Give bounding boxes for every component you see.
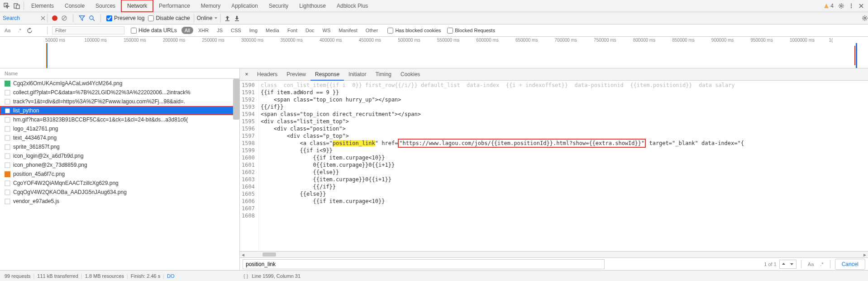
type-filter-font[interactable]: Font [284,27,300,34]
type-filter-css[interactable]: CSS [228,27,244,34]
tab-lighthouse[interactable]: Lighthouse [294,0,331,11]
detail-tab-headers[interactable]: Headers [253,69,282,80]
svg-rect-11 [5,81,10,87]
svg-rect-18 [5,145,10,150]
type-filter-media[interactable]: Media [262,27,282,34]
regex-toggle[interactable]: .* [16,28,23,33]
more-icon[interactable] [846,1,856,11]
inspect-icon[interactable] [2,1,12,11]
request-row[interactable]: hm.gif?hca=B31823B91BCCBF5C&cc=1&ck=1&cl… [0,115,239,124]
status-dom: DO [167,273,175,279]
cancel-button[interactable]: Cancel [835,259,865,270]
tab-application[interactable]: Application [226,0,263,11]
detail-tab-initiator[interactable]: Initiator [344,69,371,80]
request-name: Cgq2xl6OmUKAcmIgAACaLwd4YcM264.png [13,80,122,87]
filter-input[interactable] [52,26,124,34]
type-filter-ws[interactable]: WS [320,27,334,34]
svg-rect-14 [5,108,10,113]
refresh-icon[interactable] [27,28,33,34]
request-row[interactable]: Cgq2xl6OmUKAcmIgAACaLwd4YcM264.png [0,79,239,88]
search-icon[interactable] [89,15,95,21]
request-row[interactable]: list_python [0,106,239,115]
request-row[interactable]: position_45a6f7c.png [0,170,239,179]
svg-rect-19 [5,154,10,159]
detail-tab-response[interactable]: Response [310,69,344,81]
blocked-requests-checkbox[interactable]: Blocked Requests [447,28,495,34]
search-prev-icon[interactable] [780,260,788,268]
svg-rect-16 [5,126,10,131]
type-filter-manifest[interactable]: Manifest [335,27,361,34]
requests-header: Name [0,68,239,79]
request-row[interactable]: track?v=1&t=div&dl=https%3A%2F%2Fwww.lag… [0,97,239,106]
tab-network[interactable]: Network [121,0,153,12]
detail-tab-cookies[interactable]: Cookies [396,69,424,80]
search-next-icon[interactable] [788,260,796,268]
upload-icon[interactable] [224,15,230,21]
response-search-input[interactable] [243,259,605,269]
warn-count: 4 [830,3,834,9]
type-filter-all[interactable]: All [181,27,193,34]
hscroll-left-icon[interactable]: ◂ [240,252,246,257]
search-label: Search [3,15,20,21]
close-search-icon[interactable] [41,16,45,20]
request-row[interactable]: vendor_e97ade5.js [0,197,239,206]
blocked-cookies-checkbox[interactable]: Has blocked cookies [387,28,441,34]
search-match-case[interactable]: Aa [806,262,816,267]
request-name: icon_phone@2x_73d8859.png [13,162,87,168]
request-row[interactable]: logo_41a2761.png [0,124,239,133]
panel-gear-icon[interactable] [862,15,868,21]
tab-security[interactable]: Security [263,0,294,11]
close-detail-icon[interactable]: × [243,71,251,78]
tab-adblock-plus[interactable]: Adblock Plus [331,0,373,11]
request-row[interactable]: icon_phone@2x_73d8859.png [0,160,239,170]
request-scrollbar[interactable] [233,79,239,120]
tab-performance[interactable]: Performance [153,0,196,11]
detail-tab-preview[interactable]: Preview [282,69,310,80]
request-row[interactable]: sprite_361857f.png [0,142,239,151]
tab-sources[interactable]: Sources [90,0,121,11]
request-name: track?v=1&t=div&dl=https%3A%2F%2Fwww.lag… [13,98,185,105]
file-type-icon [5,171,10,177]
throttle-select[interactable]: Online [194,14,221,22]
svg-rect-24 [5,199,10,204]
disable-cache-checkbox[interactable]: Disable cache [148,15,190,21]
match-case-toggle[interactable]: Aa [3,28,12,33]
request-row[interactable]: text_4434674.png [0,133,239,142]
search-regex[interactable]: .* [818,262,825,267]
timeline-overview[interactable]: 50000 ms100000 ms150000 ms200000 ms25000… [0,37,868,68]
svg-rect-12 [5,90,10,95]
warnings-badge[interactable]: 4 [824,3,834,9]
tab-console[interactable]: Console [59,0,90,11]
clear-icon[interactable] [61,15,67,21]
hide-data-urls-checkbox[interactable]: Hide data URLs [131,27,177,34]
request-row[interactable]: collect.gif?plat=PC&data=%7B%22LGID%22%3… [0,88,239,97]
close-devtools-icon[interactable] [856,1,866,11]
tab-memory[interactable]: Memory [196,0,226,11]
file-type-icon [5,126,10,132]
status-finish: Finish: 2.46 s [131,273,160,279]
download-icon[interactable] [234,15,240,21]
file-type-icon [5,90,10,96]
record-button[interactable] [52,15,57,21]
file-type-icon [5,144,10,150]
request-row[interactable]: CgqOgV4W2QKAOBa_AADJG5nJAug634.png [0,188,239,197]
tab-elements[interactable]: Elements [26,0,59,11]
hscroll-right-icon[interactable]: ▸ [862,252,868,257]
filter-icon[interactable] [79,15,85,21]
type-filter-doc[interactable]: Doc [302,27,318,34]
gear-icon[interactable] [836,1,846,11]
file-type-icon [5,189,10,195]
device-icon[interactable] [12,1,22,11]
request-name: hm.gif?hca=B31823B91BCCBF5C&cc=1&ck=1&cl… [13,116,188,123]
type-filter-img[interactable]: Img [246,27,261,34]
pretty-print-icon[interactable]: { } [243,273,248,279]
request-name: CgoYOF4W2QiAMqnEAACTzillcXg629.png [13,180,119,186]
type-filter-other[interactable]: Other [362,27,382,34]
detail-tab-timing[interactable]: Timing [371,69,396,80]
type-filter-xhr[interactable]: XHR [195,27,212,34]
request-row[interactable]: CgoYOF4W2QiAMqnEAACTzillcXg629.png [0,179,239,188]
preserve-log-checkbox[interactable]: Preserve log [106,15,144,21]
hscroll-thumb[interactable] [262,252,276,257]
request-row[interactable]: icon_login@2x_a6d7b9d.png [0,151,239,160]
type-filter-js[interactable]: JS [214,27,226,34]
